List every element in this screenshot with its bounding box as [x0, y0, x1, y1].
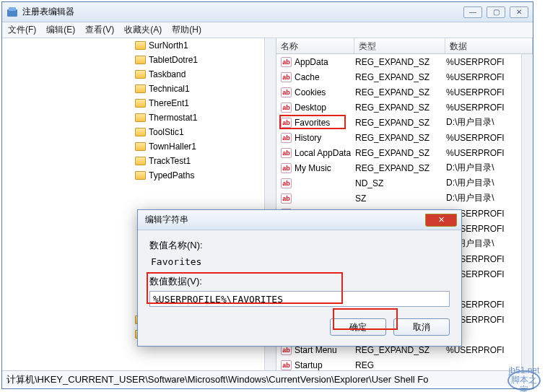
menu-edit[interactable]: 编辑(E)	[46, 24, 75, 36]
cell-name: Local AppData	[295, 148, 355, 158]
cell-type: REG_EXPAND_SZ	[355, 133, 446, 143]
cell-data: D:\用户目录\	[446, 192, 533, 204]
cell-type: REG_EXPAND_SZ	[355, 72, 446, 82]
string-value-icon: ab	[281, 360, 292, 370]
value-name-field: Favorites	[149, 255, 450, 269]
svg-rect-1	[9, 7, 16, 11]
tree-item[interactable]	[2, 183, 264, 197]
folder-icon	[135, 70, 146, 79]
folder-icon	[135, 142, 146, 151]
cell-data: %USERPROFI	[446, 133, 533, 143]
col-type[interactable]: 类型	[354, 38, 445, 53]
value-data-input[interactable]	[149, 291, 450, 307]
dialog-close-button[interactable]: ✕	[425, 214, 457, 227]
watermark: jb51.net脚本之家	[507, 370, 541, 391]
string-value-icon: ab	[281, 193, 292, 204]
list-row[interactable]: abLocal AppDataREG_EXPAND_SZ%USERPROFI	[276, 145, 533, 160]
tree-label: Thermostat1	[149, 113, 197, 123]
cell-name: My Music	[295, 163, 355, 173]
cell-type: REG_EXPAND_SZ	[355, 118, 446, 128]
col-data[interactable]: 数据	[445, 38, 533, 53]
dialog-title: 编辑字符串	[145, 214, 188, 226]
string-value-icon: ab	[281, 118, 292, 128]
cell-data: %USERPROFI	[446, 148, 533, 158]
maximize-button[interactable]: ▢	[487, 6, 505, 18]
menubar: 文件(F) 编辑(E) 查看(V) 收藏夹(A) 帮助(H)	[2, 22, 533, 38]
list-header[interactable]: 名称 类型 数据	[276, 38, 533, 54]
value-name-label: 数值名称(N):	[149, 239, 450, 252]
folder-icon	[135, 99, 146, 108]
string-value-icon: ab	[281, 178, 292, 188]
folder-icon	[135, 171, 146, 180]
minimize-button[interactable]: —	[463, 6, 482, 18]
menu-file[interactable]: 文件(F)	[8, 24, 36, 36]
cell-name: AppData	[295, 57, 355, 67]
tree-item[interactable]: Technical1	[2, 82, 264, 96]
list-row[interactable]: abCacheREG_EXPAND_SZ%USERPROFI	[276, 69, 533, 84]
list-row[interactable]: abFavoritesREG_EXPAND_SZD:\用户目录\	[276, 115, 533, 130]
cell-data: %USERPROFI	[446, 72, 533, 82]
tree-item[interactable]: ThereEnt1	[2, 96, 264, 110]
cell-type: REG_EXPAND_SZ	[355, 103, 446, 113]
string-value-icon: ab	[281, 72, 292, 82]
list-row[interactable]: abCookiesREG_EXPAND_SZ%USERPROFI	[276, 84, 533, 100]
folder-icon	[135, 56, 146, 64]
cancel-button[interactable]: 取消	[393, 318, 450, 336]
folder-icon	[135, 113, 146, 122]
tree-item[interactable]: ToolStic1	[2, 125, 264, 139]
cell-name: Cookies	[295, 87, 355, 97]
menu-favorites[interactable]: 收藏夹(A)	[124, 24, 162, 36]
cell-name: History	[295, 133, 355, 143]
tree-item[interactable]: SurNorth1	[2, 38, 264, 53]
tree-label: Taskband	[149, 69, 186, 79]
string-value-icon: ab	[281, 148, 292, 158]
list-row[interactable]: abStartupREG	[276, 357, 533, 370]
tree-item[interactable]: Taskband	[2, 67, 264, 82]
tree-item[interactable]: TabletDotre1	[2, 53, 264, 67]
cell-data: %USERPROFI	[446, 87, 533, 97]
close-button[interactable]: ✕	[510, 6, 528, 18]
tree-item[interactable]: TrackTest1	[2, 154, 264, 168]
folder-icon	[135, 157, 146, 165]
string-value-icon: ab	[281, 57, 292, 67]
cell-name: Cache	[295, 72, 355, 82]
tree-label: ToolStic1	[149, 127, 184, 137]
tree-item[interactable]: Thermostat1	[2, 110, 264, 125]
cell-type: ND_SZ	[355, 178, 446, 188]
app-icon	[6, 6, 18, 18]
list-row[interactable]: abND_SZD:\用户目录\	[276, 175, 533, 191]
cell-type: REG_EXPAND_SZ	[355, 57, 446, 67]
cell-name: Startup	[295, 360, 355, 370]
menu-help[interactable]: 帮助(H)	[172, 24, 201, 36]
cell-data: D:\用户目录\	[446, 177, 533, 189]
cell-name: Favorites	[295, 118, 355, 128]
list-row[interactable]: abDesktopREG_EXPAND_SZ%USERPROFI	[276, 100, 533, 115]
cell-type: REG_EXPAND_SZ	[355, 163, 446, 173]
list-row[interactable]: abSZD:\用户目录\	[276, 191, 533, 206]
tree-item[interactable]: TypedPaths	[2, 168, 264, 183]
tree-label: TabletDotre1	[149, 55, 198, 65]
list-row[interactable]: abAppDataREG_EXPAND_SZ%USERPROFI	[276, 54, 533, 69]
string-value-icon: ab	[281, 133, 292, 143]
list-scrollbar[interactable]	[521, 54, 533, 370]
tree-label: TownHaller1	[149, 141, 196, 152]
col-name[interactable]: 名称	[276, 38, 354, 53]
cell-type: REG	[355, 360, 446, 370]
cell-data: %USERPROFI	[446, 103, 533, 113]
cell-type: REG_EXPAND_SZ	[355, 148, 446, 158]
list-row[interactable]: abMy MusicREG_EXPAND_SZD:\用户目录\	[276, 160, 533, 175]
folder-icon	[135, 84, 146, 93]
menu-view[interactable]: 查看(V)	[85, 24, 114, 36]
tree-item[interactable]: TownHaller1	[2, 139, 264, 154]
value-data-label: 数值数据(V):	[149, 275, 450, 288]
cell-name: Desktop	[295, 103, 355, 113]
dialog-titlebar[interactable]: 编辑字符串 ✕	[138, 210, 461, 230]
list-row[interactable]: abHistoryREG_EXPAND_SZ%USERPROFI	[276, 130, 533, 145]
tree-label: ThereEnt1	[149, 98, 189, 108]
tree-label: TrackTest1	[149, 156, 191, 166]
edit-string-dialog: 编辑字符串 ✕ 数值名称(N): Favorites 数值数据(V): 确定 取…	[137, 209, 462, 347]
folder-icon	[135, 41, 146, 50]
tree-label: SurNorth1	[149, 40, 188, 51]
ok-button[interactable]: 确定	[330, 318, 386, 336]
titlebar[interactable]: 注册表编辑器 — ▢ ✕	[2, 2, 533, 22]
